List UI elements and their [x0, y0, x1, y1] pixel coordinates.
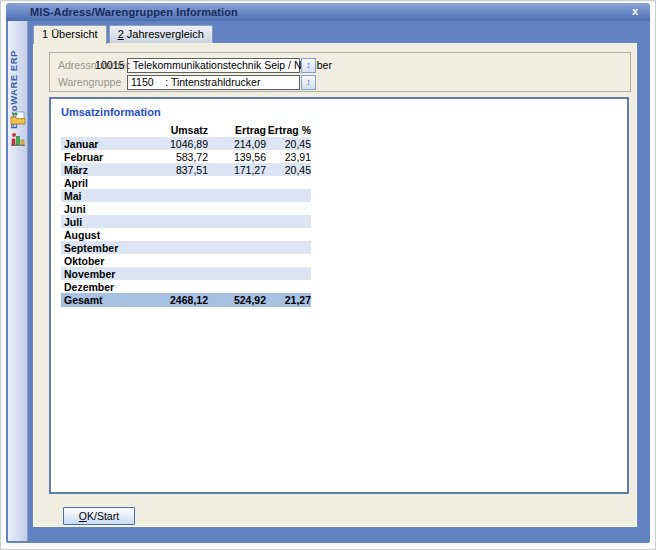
table-cell: August — [61, 229, 138, 241]
warengruppe-spinner-icon[interactable]: ↕ — [301, 75, 316, 90]
table-cell: Februar — [61, 151, 138, 163]
table-cell: 139,56 — [208, 151, 266, 163]
umsatz-table: Umsatz Ertrag Ertrag % Januar1046,89214,… — [61, 122, 311, 307]
table-cell: Gesamt — [61, 294, 138, 306]
warengruppe-label: Warengruppe — [58, 76, 127, 88]
table-row: Juni — [61, 202, 311, 215]
table-cell: 21,27 — [266, 294, 311, 306]
table-row: Oktober — [61, 254, 311, 267]
tab-uebersicht[interactable]: 1 Übersicht — [33, 25, 107, 44]
adressnummer-spinner-icon[interactable]: ↕ — [301, 58, 316, 73]
table-row: Februar583,72139,5623,91 — [61, 150, 311, 163]
table-row: Mai — [61, 189, 311, 202]
table-cell: 214,09 — [208, 138, 266, 150]
close-icon[interactable]: x — [628, 5, 642, 19]
column-header-ertrag: Ertrag — [208, 124, 266, 136]
table-row: Juli — [61, 215, 311, 228]
column-header-ertrag-pct: Ertrag % — [266, 124, 311, 136]
table-cell: 2468,12 — [138, 294, 208, 306]
table-cell: Januar — [61, 138, 138, 150]
umsatzinformation-title: Umsatzinformation — [61, 106, 161, 118]
table-cell: 583,72 — [138, 151, 208, 163]
brand-sidebar: BüroWARE ERP — [8, 21, 28, 541]
table-row: Januar1046,89214,0920,45 — [61, 137, 311, 150]
table-cell: 20,45 — [266, 164, 311, 176]
column-header-umsatz: Umsatz — [138, 124, 208, 136]
statistics-chart-icon[interactable] — [10, 131, 26, 147]
table-row: Gesamt2468,12524,9221,27 — [61, 293, 311, 307]
table-cell: Mai — [61, 190, 138, 202]
table-row: März837,51171,2720,45 — [61, 163, 311, 176]
umsatz-table-rows: Januar1046,89214,0920,45Februar583,72139… — [61, 137, 311, 307]
screen: MIS-Adress/Warengruppen Information x Bü… — [0, 0, 656, 550]
adressnummer-row: Adressnummer 10015 : Telekommunikationst… — [58, 57, 622, 73]
warengruppe-field[interactable]: 1150 : Tintenstrahldrucker — [127, 75, 300, 90]
table-row: August — [61, 228, 311, 241]
umsatz-table-header: Umsatz Ertrag Ertrag % — [61, 122, 311, 137]
sidebar-toolbar — [8, 110, 28, 147]
table-cell: 20,45 — [266, 138, 311, 150]
table-row: Dezember — [61, 280, 311, 293]
ok-start-button[interactable]: OK/Start — [63, 507, 135, 525]
table-cell: 171,27 — [208, 164, 266, 176]
table-cell: Dezember — [61, 281, 138, 293]
table-row: September — [61, 241, 311, 254]
table-cell: September — [61, 242, 138, 254]
table-row: April — [61, 176, 311, 189]
table-cell: 837,51 — [138, 164, 208, 176]
table-cell: 524,92 — [208, 294, 266, 306]
adressnummer-field[interactable]: 10015 : Telekommunikationstechnik Seip /… — [127, 58, 300, 73]
table-row: November — [61, 267, 311, 280]
table-cell: November — [61, 268, 138, 280]
table-cell: Juni — [61, 203, 138, 215]
tab-panel-uebersicht: Adressnummer 10015 : Telekommunikationst… — [33, 43, 637, 527]
table-cell: 23,91 — [266, 151, 311, 163]
tab-bar: 1 Übersicht 2 Jahresvergleich — [33, 25, 213, 43]
title-bar: MIS-Adress/Warengruppen Information x — [6, 3, 650, 21]
export-folder-icon[interactable] — [10, 110, 26, 126]
window-body: BüroWARE ERP — [6, 21, 650, 543]
umsatz-data-panel: Umsatzinformation Umsatz Ertrag Ertrag %… — [49, 97, 629, 494]
table-cell: März — [61, 164, 138, 176]
warengruppe-row: Warengruppe 1150 : Tintenstrahldrucker ↕ — [58, 74, 622, 90]
table-cell: April — [61, 177, 138, 189]
table-cell: Oktober — [61, 255, 138, 267]
window-title: MIS-Adress/Warengruppen Information — [30, 6, 238, 18]
selection-groupbox: Adressnummer 10015 : Telekommunikationst… — [49, 52, 631, 92]
app-window: MIS-Adress/Warengruppen Information x Bü… — [6, 3, 650, 543]
table-cell: Juli — [61, 216, 138, 228]
table-cell: 1046,89 — [138, 138, 208, 150]
tab-jahresvergleich[interactable]: 2 Jahresvergleich — [109, 25, 213, 43]
